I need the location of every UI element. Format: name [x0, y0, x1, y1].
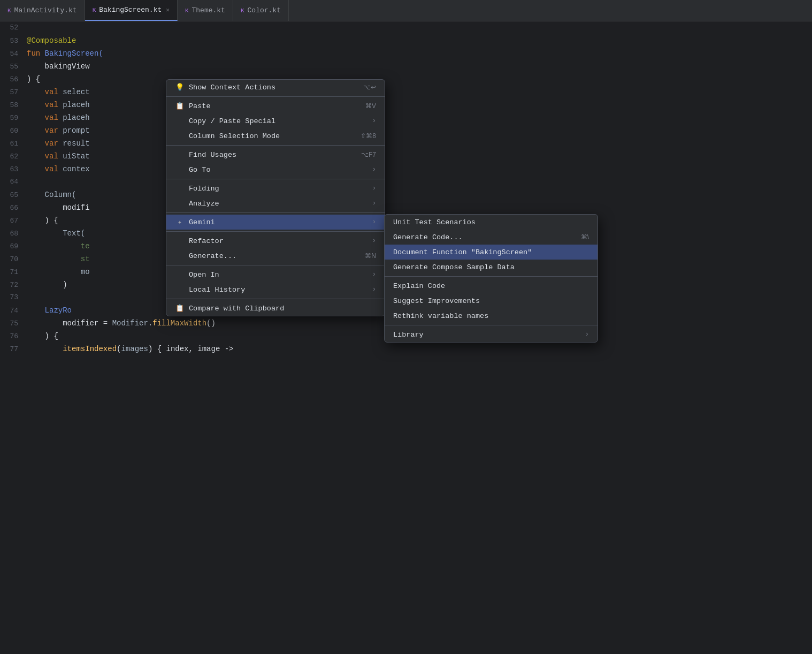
menu-item-find-usages[interactable]: Find Usages ⌥F7 — [166, 147, 385, 162]
code-line-62: 62 val uiStat AsState() — [0, 150, 812, 163]
submenu-label-library: Library — [393, 331, 424, 339]
gemini-icon: ✦ — [175, 218, 185, 226]
submenu-item-document-function[interactable]: Document Function "BakingScreen" — [385, 245, 597, 260]
menu-item-folding[interactable]: Folding › — [166, 181, 385, 196]
tab-bar: K MainActivity.kt K BakingScreen.kt ✕ K … — [0, 0, 812, 21]
submenu-separator-2 — [385, 325, 597, 325]
menu-item-open-in[interactable]: Open In › — [166, 267, 385, 282]
shortcut-column-selection: ⇧⌘8 — [361, 132, 376, 140]
submenu-item-suggest-improvements[interactable]: Suggest Improvements — [385, 293, 597, 308]
submenu-item-rethink-variable-names[interactable]: Rethink variable names — [385, 308, 597, 323]
menu-label-open-in: Open In — [189, 271, 219, 279]
shortcut-generate-code: ⌘\ — [581, 233, 589, 241]
separator-3 — [166, 179, 385, 179]
menu-item-show-context-actions[interactable]: 💡 Show Context Actions ⌥↩ — [166, 80, 385, 95]
arrow-go-to: › — [372, 166, 376, 173]
submenu-item-generate-code[interactable]: Generate Code... ⌘\ — [385, 230, 597, 245]
code-line-52: 52 — [0, 21, 812, 34]
tab-label-main: MainActivity.kt — [14, 6, 77, 14]
kotlin-icon-baking: K — [93, 7, 96, 13]
tab-label-theme: Theme.kt — [192, 6, 225, 14]
submenu-label-generate-compose: Generate Compose Sample Data — [393, 263, 515, 271]
arrow-gemini: › — [372, 218, 376, 226]
tab-label-color: Color.kt — [248, 6, 281, 14]
separator-5 — [166, 231, 385, 232]
separator-2 — [166, 145, 385, 146]
arrow-open-in: › — [372, 271, 376, 278]
submenu-label-unit-test: Unit Test Scenarios — [393, 218, 476, 226]
code-line-61: 61 var result f(placeholderResult) } — [0, 137, 812, 150]
menu-label-copy-paste-special: Copy / Paste Special — [189, 117, 275, 125]
submenu-item-unit-test[interactable]: Unit Test Scenarios — [385, 215, 597, 230]
menu-item-column-selection[interactable]: Column Selection Mode ⇧⌘8 — [166, 128, 385, 143]
menu-label-go-to: Go To — [189, 166, 211, 174]
submenu-label-suggest-improvements: Suggest Improvements — [393, 297, 480, 305]
menu-label-gemini: Gemini — [189, 218, 215, 226]
tab-baking-screen[interactable]: K BakingScreen.kt ✕ — [85, 0, 178, 21]
arrow-copy-paste: › — [372, 117, 376, 125]
submenu-label-explain-code: Explain Code — [393, 282, 445, 290]
submenu-item-generate-compose[interactable]: Generate Compose Sample Data — [385, 260, 597, 275]
menu-item-paste[interactable]: 📋 Paste ⌘V — [166, 98, 385, 113]
code-line-56: 56 ) { — [0, 73, 812, 86]
menu-item-analyze[interactable]: Analyze › — [166, 196, 385, 211]
menu-item-generate[interactable]: Generate... ⌘N — [166, 248, 385, 263]
menu-item-local-history[interactable]: Local History › — [166, 282, 385, 297]
menu-label-compare-clipboard: Compare with Clipboard — [189, 305, 284, 313]
tab-main-activity[interactable]: K MainActivity.kt — [0, 0, 85, 21]
menu-label-local-history: Local History — [189, 286, 245, 294]
code-line-65: 65 Column( — [0, 188, 812, 201]
submenu-item-library[interactable]: Library › — [385, 327, 597, 342]
gemini-submenu: Unit Test Scenarios Generate Code... ⌘\ … — [384, 214, 598, 343]
submenu-item-explain-code[interactable]: Explain Code — [385, 278, 597, 293]
separator-6 — [166, 265, 385, 265]
kotlin-icon-main: K — [7, 7, 11, 14]
submenu-label-rethink-variable-names: Rethink variable names — [393, 312, 488, 320]
submenu-label-generate-code: Generate Code... — [393, 233, 463, 241]
paste-icon: 📋 — [175, 102, 185, 110]
arrow-library: › — [585, 331, 589, 338]
menu-item-gemini[interactable]: ✦ Gemini › — [166, 215, 385, 230]
menu-item-refactor[interactable]: Refactor › — [166, 233, 385, 248]
code-line-66: 66 modifi — [0, 201, 812, 214]
code-line-55: 55 bakingView — [0, 60, 812, 73]
menu-label-column-selection: Column Selection Mode — [189, 132, 280, 140]
menu-label-find-usages: Find Usages — [189, 151, 236, 159]
separator-1 — [166, 96, 385, 97]
separator-4 — [166, 212, 385, 213]
submenu-separator-1 — [385, 276, 597, 277]
menu-label-folding: Folding — [189, 185, 219, 193]
arrow-refactor: › — [372, 237, 376, 245]
menu-label-show-context-actions: Show Context Actions — [189, 83, 275, 92]
menu-label-generate: Generate... — [189, 252, 236, 260]
code-line-60: 60 var prompt f(placeholderPrompt) } — [0, 124, 812, 137]
arrow-local-history: › — [372, 286, 376, 293]
kotlin-icon-color: K — [241, 7, 244, 14]
code-line-54: 54 fun BakingScreen( — [0, 47, 812, 60]
menu-item-copy-paste-special[interactable]: Copy / Paste Special › — [166, 113, 385, 128]
menu-label-refactor: Refactor — [189, 237, 224, 245]
tab-theme[interactable]: K Theme.kt — [178, 0, 233, 21]
separator-7 — [166, 299, 385, 299]
code-line-58: 58 val placeh tableStateOf( value: "Prov… — [0, 98, 812, 111]
tab-close-baking[interactable]: ✕ — [166, 6, 170, 13]
submenu-label-document-function: Document Function "BakingScreen" — [393, 248, 532, 256]
menu-item-go-to[interactable]: Go To › — [166, 162, 385, 177]
menu-label-analyze: Analyze — [189, 200, 219, 208]
tab-label-baking: BakingScreen.kt — [99, 6, 162, 14]
tab-color[interactable]: K Color.kt — [233, 0, 289, 21]
code-line-63: 63 val contex — [0, 163, 812, 176]
arrow-folding: › — [372, 185, 376, 192]
shortcut-show-context-actions: ⌥↩ — [363, 83, 376, 91]
code-line-53: 53 @Composable — [0, 34, 812, 47]
lightbulb-icon: 💡 — [175, 83, 185, 92]
shortcut-find-usages: ⌥F7 — [361, 151, 376, 158]
code-line-57: 57 val select Of( value: 0 ) } — [0, 86, 812, 98]
kotlin-icon-theme: K — [185, 7, 189, 14]
shortcut-paste: ⌘V — [365, 102, 376, 110]
code-line-59: 59 val placeh g.results_placeholder) — [0, 111, 812, 124]
arrow-analyze: › — [372, 200, 376, 207]
compare-icon: 📋 — [175, 304, 185, 313]
menu-item-compare-clipboard[interactable]: 📋 Compare with Clipboard — [166, 301, 385, 316]
menu-label-paste: Paste — [189, 102, 211, 110]
